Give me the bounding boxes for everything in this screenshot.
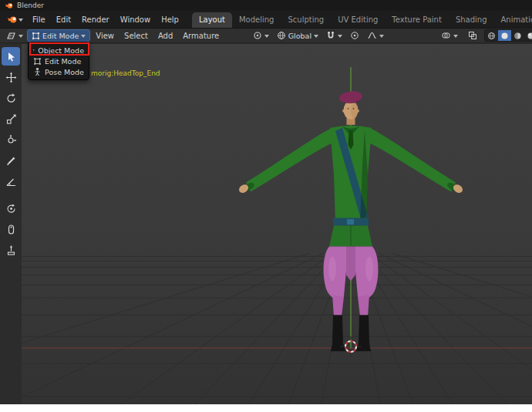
workspace-tab-modeling[interactable]: Modeling [232,12,281,28]
falloff-curve-icon [367,31,377,40]
edit-mode-icon [33,57,42,66]
window-titlebar: Blender [0,0,532,11]
xray-toggle-button[interactable] [465,29,480,42]
snap-button[interactable] [323,29,345,42]
bone-envelope-icon [5,224,17,235]
workspace-tab-uv-editing[interactable]: UV Editing [331,12,385,28]
page-background-strip [0,404,532,412]
viewport-3d[interactable]: morig:HeadTop_End [22,44,532,404]
tool-bar [0,44,22,404]
chevron-down-icon [379,35,384,38]
floor-grid [22,253,532,404]
overlays-icon [441,31,451,40]
menu-item-label: Pose Mode [45,68,84,76]
extrude-icon [5,245,17,256]
blender-logo-icon [7,15,17,24]
menu-select[interactable]: Select [120,32,153,40]
shading-wireframe-button[interactable] [485,30,498,41]
chevron-down-icon [453,35,458,38]
blender-window: Blender File Edit Render Window Help Lay… [0,0,532,412]
mode-dropdown[interactable]: Edit Mode [27,29,90,42]
mode-dropdown-label: Edit Mode [42,32,79,40]
menu-item-label: Edit Mode [45,57,81,66]
shading-mode-group [484,29,532,42]
workspace-tab-layout[interactable]: Layout [192,12,232,28]
menu-render[interactable]: Render [76,13,115,26]
chevron-down-icon [19,19,23,22]
pose-mode-icon [33,67,42,76]
wireframe-shading-icon [487,32,496,40]
orientation-dropdown[interactable]: Global [274,29,322,42]
tool-measure-button[interactable] [2,172,20,191]
workspace-tab-texture-paint[interactable]: Texture Paint [385,12,449,28]
tool-select-box-button[interactable] [2,47,20,66]
tool-bone-envelope-button[interactable] [2,220,20,238]
annotate-pencil-icon [5,155,17,167]
tool-roll-button[interactable] [2,199,20,218]
proportional-editing-icon [350,31,359,40]
editor-type-button[interactable] [3,29,26,42]
xray-icon [468,31,477,40]
viewport-editor-icon [6,31,16,40]
tool-rotate-button[interactable] [2,89,20,107]
menu-add[interactable]: Add [153,32,177,40]
blender-logo-icon [5,2,13,9]
workspace-tab-sculpting[interactable]: Sculpting [281,12,331,28]
measure-icon [5,176,17,187]
bone-name-label: morig:HeadTop_End [91,69,160,77]
menu-item-pose-mode[interactable]: Pose Mode [29,66,89,77]
move-icon [5,72,17,83]
show-overlays-button[interactable] [438,29,461,42]
tool-scale-button[interactable] [2,110,20,128]
window-title: Blender [17,2,44,9]
viewport-display-controls [438,29,532,42]
shading-rendered-button[interactable] [524,30,532,41]
shading-solid-button[interactable] [498,30,511,41]
blender-menu-button[interactable] [3,15,27,24]
magnet-icon [326,31,335,40]
menu-view[interactable]: View [91,32,119,40]
menu-item-object-mode[interactable]: Object Mode [29,45,89,56]
chevron-down-icon [314,35,318,38]
tool-extrude-button[interactable] [2,241,20,259]
menu-item-label: Object Mode [38,46,84,55]
menu-help[interactable]: Help [156,13,184,26]
topbar: File Edit Render Window Help Layout Mode… [0,11,532,28]
chevron-down-icon [338,35,342,38]
menu-item-edit-mode[interactable]: Edit Mode [29,56,89,66]
chevron-down-icon [264,35,269,38]
menu-file[interactable]: File [27,13,51,26]
workspace-tab-shading[interactable]: Shading [449,12,494,28]
chevron-down-icon [19,35,23,38]
falloff-dropdown[interactable] [364,29,387,42]
tool-annotate-button[interactable] [2,151,20,170]
object-mode-icon [33,46,35,55]
menu-armature[interactable]: Armature [178,32,224,40]
rotate-icon [5,93,17,104]
scale-icon [5,113,17,125]
chevron-down-icon [81,35,86,38]
viewport-header: Edit Mode View Select Add Armature G [0,28,532,43]
rendered-shading-icon [527,32,532,40]
tool-transform-button[interactable] [2,130,20,149]
pivot-point-icon [253,31,262,40]
viewport-scene [22,44,532,404]
select-cursor-icon [5,51,17,62]
edit-mode-icon [32,32,40,40]
shading-material-button[interactable] [511,30,524,41]
transform-snap-controls: Global [250,29,387,42]
workspace-tabs: Layout Modeling Sculpting UV Editing Tex… [192,11,532,28]
transform-icon [5,134,17,146]
mode-menu-popup: Object Mode Edit Mode Pose Mode [28,42,89,80]
proportional-editing-button[interactable] [347,29,362,42]
tool-move-button[interactable] [2,68,20,86]
menu-edit[interactable]: Edit [51,13,76,26]
bone-roll-icon [5,203,17,214]
orientation-globe-icon [277,31,286,40]
orientation-label: Global [288,32,311,40]
workspace-tab-animation[interactable]: Animation [494,12,532,28]
menu-window[interactable]: Window [115,13,156,26]
solid-shading-icon [500,32,509,40]
material-shading-icon [513,32,522,40]
pivot-point-button[interactable] [250,29,272,42]
